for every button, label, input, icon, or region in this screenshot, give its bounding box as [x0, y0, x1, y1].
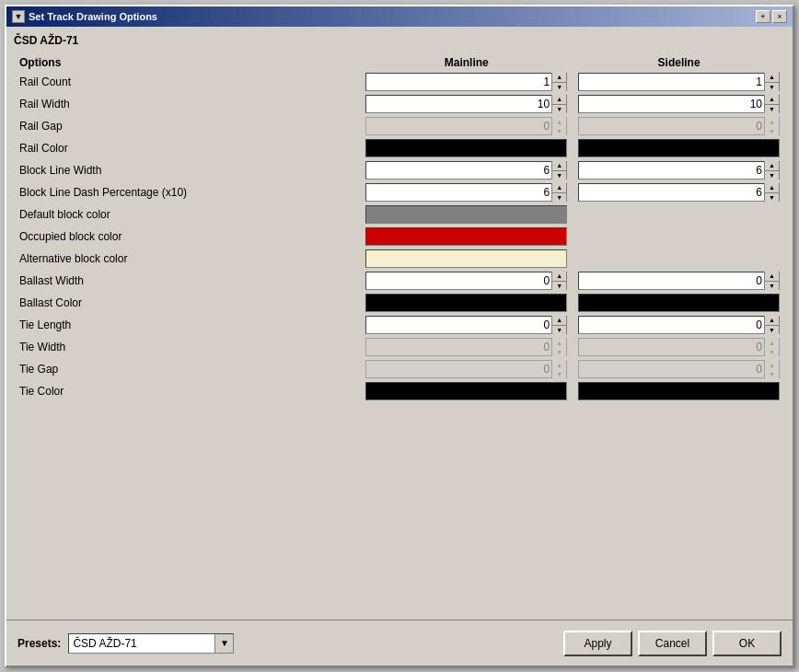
- mainline-cell[interactable]: [360, 226, 573, 248]
- sideline-cell[interactable]: ▲▼: [573, 358, 785, 380]
- spin-input[interactable]: ▲▼: [578, 73, 780, 91]
- spin-input[interactable]: ▲▼: [365, 183, 567, 202]
- sideline-cell[interactable]: ▲▼: [573, 71, 785, 93]
- spin-up-button[interactable]: ▲: [552, 272, 566, 282]
- color-swatch[interactable]: [365, 249, 567, 268]
- spin-down-button[interactable]: ▼: [765, 193, 779, 203]
- spin-up-button[interactable]: ▲: [765, 73, 779, 83]
- spin-up-button[interactable]: ▲: [552, 316, 566, 326]
- mainline-cell[interactable]: ▲▼: [360, 314, 573, 336]
- color-swatch[interactable]: [578, 294, 780, 312]
- spin-value[interactable]: [366, 162, 551, 179]
- sideline-cell[interactable]: ▲▼: [573, 270, 785, 292]
- spin-value[interactable]: [366, 317, 551, 333]
- row-label: Tie Gap: [14, 358, 360, 380]
- table-row: Block Line Width▲▼▲▼: [14, 159, 785, 181]
- color-swatch[interactable]: [365, 294, 567, 312]
- spin-up-button[interactable]: ▲: [552, 73, 566, 83]
- preset-dropdown[interactable]: ČSD AŽD-71 ▼: [68, 633, 234, 654]
- spin-value[interactable]: [366, 272, 551, 289]
- mainline-cell[interactable]: ▲▼: [360, 358, 573, 380]
- spin-input[interactable]: ▲▼: [365, 272, 567, 290]
- spin-down-button[interactable]: ▼: [552, 193, 566, 203]
- preset-dropdown-arrow[interactable]: ▼: [214, 634, 233, 653]
- sideline-cell[interactable]: [573, 380, 785, 402]
- spin-value[interactable]: [579, 162, 764, 179]
- mainline-cell[interactable]: ▲▼: [360, 71, 573, 93]
- mainline-cell[interactable]: ▲▼: [360, 93, 573, 115]
- color-swatch[interactable]: [365, 227, 567, 246]
- spin-up-button[interactable]: ▲: [765, 161, 779, 171]
- spin-value[interactable]: [366, 96, 551, 112]
- spin-down-button[interactable]: ▼: [765, 105, 779, 114]
- spin-input-disabled: ▲▼: [365, 338, 567, 356]
- sideline-cell[interactable]: ▲▼: [573, 159, 785, 181]
- mainline-cell[interactable]: [360, 203, 573, 226]
- spin-input[interactable]: ▲▼: [578, 272, 780, 290]
- close-button[interactable]: ×: [772, 10, 787, 23]
- spin-down-button[interactable]: ▼: [765, 171, 779, 180]
- mainline-cell[interactable]: [360, 380, 573, 402]
- spin-down-button[interactable]: ▼: [552, 282, 566, 291]
- spin-up-button[interactable]: ▲: [765, 272, 779, 282]
- spin-input[interactable]: ▲▼: [578, 95, 780, 113]
- color-swatch[interactable]: [365, 382, 567, 400]
- mainline-cell[interactable]: ▲▼: [360, 336, 573, 358]
- spin-input[interactable]: ▲▼: [365, 73, 567, 91]
- mainline-cell[interactable]: ▲▼: [360, 270, 573, 292]
- main-window: ▼ Set Track Drawing Options + × ČSD AŽD-…: [5, 5, 794, 667]
- spin-up-button[interactable]: ▲: [552, 183, 566, 193]
- spin-input[interactable]: ▲▼: [365, 316, 567, 334]
- spin-down-button[interactable]: ▼: [765, 83, 779, 92]
- window-icon[interactable]: ▼: [12, 10, 25, 23]
- spin-value[interactable]: [579, 184, 764, 201]
- sideline-cell[interactable]: ▲▼: [573, 336, 785, 358]
- spin-up-button[interactable]: ▲: [765, 95, 779, 105]
- spin-up-button[interactable]: ▲: [552, 95, 566, 105]
- sideline-cell[interactable]: [573, 137, 785, 159]
- spin-down-button[interactable]: ▼: [552, 105, 566, 114]
- sideline-cell[interactable]: ▲▼: [573, 93, 785, 115]
- cancel-button[interactable]: Cancel: [638, 631, 707, 656]
- spin-down-button[interactable]: ▼: [552, 326, 566, 335]
- row-label: Default block color: [14, 203, 360, 226]
- spin-down-button[interactable]: ▼: [552, 83, 566, 92]
- ok-button[interactable]: OK: [712, 631, 782, 656]
- color-swatch[interactable]: [578, 382, 780, 400]
- spin-value[interactable]: [366, 184, 551, 201]
- mainline-cell[interactable]: [360, 292, 573, 314]
- sideline-cell[interactable]: ▲▼: [573, 181, 785, 203]
- apply-button[interactable]: Apply: [563, 631, 632, 656]
- mainline-cell[interactable]: [360, 248, 573, 270]
- mainline-cell[interactable]: ▲▼: [360, 159, 573, 181]
- spin-down-button[interactable]: ▼: [765, 326, 779, 335]
- color-swatch[interactable]: [365, 205, 567, 224]
- maximize-button[interactable]: +: [756, 10, 770, 23]
- color-swatch[interactable]: [365, 139, 567, 157]
- spin-up-disabled: ▲: [552, 360, 566, 369]
- spin-value-disabled: [366, 339, 551, 355]
- spin-value[interactable]: [579, 272, 764, 289]
- spin-value[interactable]: [579, 74, 764, 90]
- sideline-cell[interactable]: [573, 292, 785, 314]
- spin-down-button[interactable]: ▼: [552, 171, 566, 180]
- spin-value[interactable]: [366, 74, 551, 90]
- spin-value[interactable]: [579, 96, 764, 112]
- spin-input[interactable]: ▲▼: [365, 161, 567, 180]
- spin-value[interactable]: [579, 317, 764, 333]
- sideline-cell[interactable]: ▲▼: [573, 115, 785, 137]
- spin-input[interactable]: ▲▼: [578, 316, 780, 334]
- spin-input[interactable]: ▲▼: [578, 183, 780, 202]
- spin-up-button[interactable]: ▲: [552, 161, 566, 171]
- mainline-cell[interactable]: [360, 137, 573, 159]
- spin-down-button[interactable]: ▼: [765, 282, 779, 291]
- spin-input[interactable]: ▲▼: [365, 95, 567, 113]
- col-header-mainline: Mainline: [360, 54, 573, 71]
- spin-input[interactable]: ▲▼: [578, 161, 780, 180]
- mainline-cell[interactable]: ▲▼: [360, 181, 573, 203]
- sideline-cell[interactable]: ▲▼: [573, 314, 785, 336]
- mainline-cell[interactable]: ▲▼: [360, 115, 573, 137]
- spin-up-button[interactable]: ▲: [765, 316, 779, 326]
- spin-up-button[interactable]: ▲: [765, 183, 779, 193]
- color-swatch[interactable]: [578, 139, 780, 157]
